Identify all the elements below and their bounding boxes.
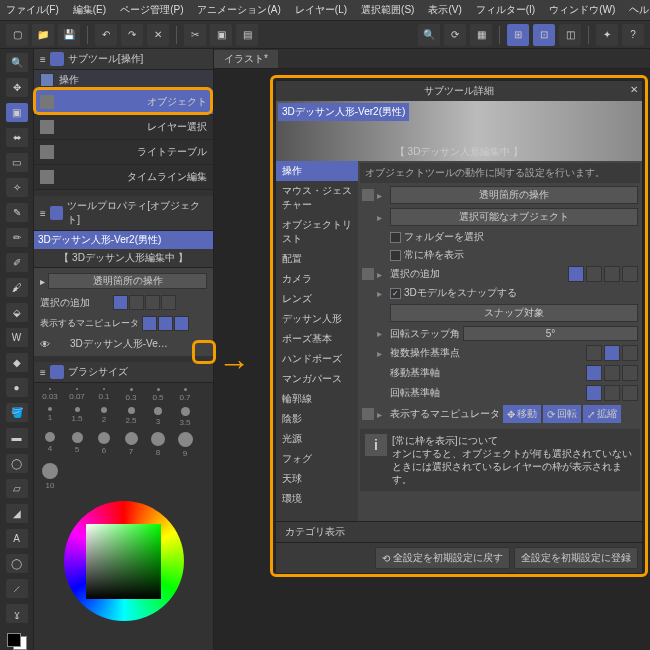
gradient-tool-icon[interactable]: ▬: [6, 428, 28, 447]
tb-snap1-icon[interactable]: ⊞: [507, 24, 529, 46]
tb-help-icon[interactable]: ?: [622, 24, 644, 46]
subtool-item-layer[interactable]: レイヤー選択: [34, 115, 213, 140]
correct-tool-icon[interactable]: ɣ: [6, 604, 28, 623]
brush-size-item[interactable]: 0.1: [93, 388, 115, 402]
fill-tool-icon[interactable]: 🪣: [6, 403, 28, 422]
arrow-right-icon: →: [218, 345, 250, 382]
brush-size-item[interactable]: 3: [147, 407, 169, 427]
eye-icon[interactable]: 👁: [40, 339, 50, 350]
tb-copy-icon[interactable]: ▣: [210, 24, 232, 46]
subtool-item-light[interactable]: ライトテーブル: [34, 140, 213, 165]
toolprop-header: ≡ ツールプロパティ[オブジェクト]: [34, 196, 213, 231]
brush-tool-icon[interactable]: 🖌: [6, 278, 28, 297]
prop-transparent[interactable]: ▸ 透明箇所の操作: [38, 270, 209, 292]
prop-layer-name: 3Dデッサン人形-Ve…: [70, 337, 168, 351]
mode1-icon[interactable]: [113, 295, 128, 310]
move-tool-icon[interactable]: ✥: [6, 78, 28, 97]
timeline-icon: [40, 170, 54, 184]
menu-file[interactable]: ファイル(F): [6, 3, 59, 17]
brush-size-item[interactable]: 0.5: [147, 388, 169, 402]
ruler-tool-icon[interactable]: ◢: [6, 504, 28, 523]
manip-move-icon[interactable]: [142, 316, 157, 331]
menu-edit[interactable]: 編集(E): [73, 3, 106, 17]
tb-assist-icon[interactable]: ✦: [596, 24, 618, 46]
eraser-tool-icon[interactable]: ◆: [6, 353, 28, 372]
menu-icon[interactable]: ≡: [40, 208, 46, 219]
manip-rot-icon[interactable]: [158, 316, 173, 331]
deco-tool-icon[interactable]: W: [6, 328, 28, 347]
menu-layer[interactable]: レイヤー(L): [295, 3, 347, 17]
menu-select[interactable]: 選択範囲(S): [361, 3, 414, 17]
brush-size-item[interactable]: 8: [147, 432, 169, 458]
tb-zoom-icon[interactable]: 🔍: [418, 24, 440, 46]
brush-size-item[interactable]: 4: [39, 432, 61, 458]
pencil-tool-icon[interactable]: ✐: [6, 253, 28, 272]
tb-cut-icon[interactable]: ✂: [184, 24, 206, 46]
brush-size-item[interactable]: 1: [39, 407, 61, 427]
tb-save-icon[interactable]: 💾: [58, 24, 80, 46]
brush-size-item[interactable]: 1.5: [66, 407, 88, 427]
operation-tool-icon[interactable]: ▣: [6, 103, 28, 122]
top-toolbar: ▢ 📁 💾 ↶ ↷ ✕ ✂ ▣ ▤ 🔍 ⟳ ▦ ⊞ ⊡ ◫ ✦ ?: [0, 21, 650, 49]
tb-paste-icon[interactable]: ▤: [236, 24, 258, 46]
menu-icon[interactable]: ≡: [40, 367, 46, 378]
brush-size-item[interactable]: 0.03: [39, 388, 61, 402]
eyedropper-tool-icon[interactable]: ✎: [6, 203, 28, 222]
subtool-item-label: ライトテーブル: [137, 145, 207, 159]
brush-size-item[interactable]: 2: [93, 407, 115, 427]
color-wheel[interactable]: [34, 495, 213, 627]
brush-size-item[interactable]: 0.7: [174, 388, 196, 402]
menu-window[interactable]: ウィンドウ(W): [549, 3, 615, 17]
frame-tool-icon[interactable]: ▱: [6, 479, 28, 498]
tb-grid-icon[interactable]: ▦: [470, 24, 492, 46]
figure-tool-icon[interactable]: ◯: [6, 454, 28, 473]
manip-icons[interactable]: [142, 316, 189, 331]
prop-subtitle: 【 3Dデッサン人形編集中 】: [34, 249, 213, 268]
tb-new-icon[interactable]: ▢: [6, 24, 28, 46]
select-mode-icons[interactable]: [113, 295, 176, 310]
menu-icon[interactable]: ≡: [40, 54, 46, 65]
highlight-object-item: [33, 87, 213, 115]
mode2-icon[interactable]: [129, 295, 144, 310]
text-tool-icon[interactable]: A: [6, 529, 28, 548]
tb-snap2-icon[interactable]: ⊡: [533, 24, 555, 46]
prop-manip: 表示するマニピュレータ: [38, 313, 209, 334]
brush-size-item[interactable]: 6: [93, 432, 115, 458]
subtool-item-timeline[interactable]: タイムライン編集: [34, 165, 213, 190]
brush-size-item[interactable]: 7: [120, 432, 142, 458]
tb-snap3-icon[interactable]: ◫: [559, 24, 581, 46]
mode4-icon[interactable]: [161, 295, 176, 310]
document-tab[interactable]: イラスト*: [214, 50, 278, 68]
brush-size-item[interactable]: 0.07: [66, 388, 88, 402]
brush-size-item[interactable]: 0.3: [120, 388, 142, 402]
tb-rotate-icon[interactable]: ⟳: [444, 24, 466, 46]
brush-size-item[interactable]: 3.5: [174, 407, 196, 427]
menu-filter[interactable]: フィルター(I): [476, 3, 535, 17]
menu-help[interactable]: ヘルプ(H): [629, 3, 650, 17]
line-tool-icon[interactable]: ⟋: [6, 579, 28, 598]
brush-size-item[interactable]: 9: [174, 432, 196, 458]
tb-undo-icon[interactable]: ↶: [95, 24, 117, 46]
brush-size-item[interactable]: 2.5: [120, 407, 142, 427]
airbrush-tool-icon[interactable]: ⬙: [6, 303, 28, 322]
zoom-tool-icon[interactable]: 🔍: [6, 53, 28, 72]
menu-page[interactable]: ページ管理(P): [120, 3, 183, 17]
color-swatch[interactable]: [7, 633, 27, 650]
tb-open-icon[interactable]: 📁: [32, 24, 54, 46]
prop-layer-row[interactable]: 👁 3Dデッサン人形-Ve…: [38, 334, 209, 354]
menu-view[interactable]: 表示(V): [428, 3, 461, 17]
pen-tool-icon[interactable]: ✏: [6, 228, 28, 247]
blend-tool-icon[interactable]: ●: [6, 378, 28, 397]
tb-delete-icon[interactable]: ✕: [147, 24, 169, 46]
manip-scale-icon[interactable]: [174, 316, 189, 331]
balloon-tool-icon[interactable]: ◯: [6, 554, 28, 573]
menu-anim[interactable]: アニメーション(A): [197, 3, 280, 17]
prop-drop[interactable]: 透明箇所の操作: [48, 273, 207, 289]
marquee-tool-icon[interactable]: ▭: [6, 153, 28, 172]
mode3-icon[interactable]: [145, 295, 160, 310]
brush-size-item[interactable]: 5: [66, 432, 88, 458]
brush-size-item[interactable]: 10: [39, 463, 61, 490]
tb-redo-icon[interactable]: ↷: [121, 24, 143, 46]
layermove-tool-icon[interactable]: ⬌: [6, 128, 28, 147]
wand-tool-icon[interactable]: ✧: [6, 178, 28, 197]
